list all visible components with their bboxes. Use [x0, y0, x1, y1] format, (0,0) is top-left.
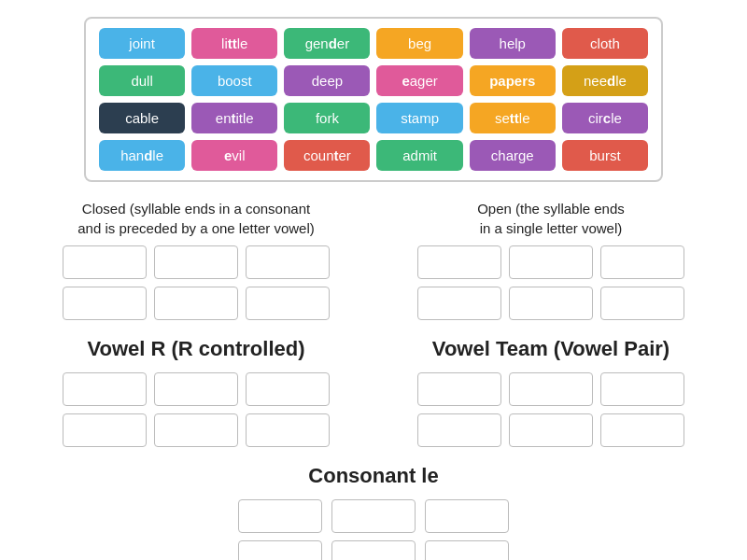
consonant-le-grid-row1 [238, 499, 509, 533]
word-tile-5[interactable]: cloth [562, 28, 648, 59]
open-drop-grid-row2 [417, 287, 684, 320]
word-tile-7[interactable]: boost [191, 65, 277, 96]
word-tile-18[interactable]: handle [99, 140, 185, 171]
consonant-le-title: Consonant le [308, 464, 438, 488]
drop-box[interactable] [417, 372, 501, 406]
drop-box[interactable] [509, 287, 593, 320]
closed-syllable-section: Closed (syllable ends in a consonantand … [37, 199, 355, 328]
word-tile-20[interactable]: counter [284, 140, 370, 171]
drop-box[interactable] [425, 540, 509, 560]
word-tile-21[interactable]: admit [376, 140, 462, 171]
word-tile-19[interactable]: evil [191, 140, 277, 171]
drop-box[interactable] [63, 245, 147, 279]
vowelteam-drop-grid-row1 [417, 372, 684, 406]
vowelr-drop-grid-row1 [63, 372, 330, 406]
word-tile-6[interactable]: dull [99, 65, 185, 96]
consonant-le-section: Consonant le [37, 464, 710, 560]
open-syllable-title: Open (the syllable endsin a single lette… [477, 199, 625, 238]
word-tile-2[interactable]: gender [284, 28, 370, 59]
word-tile-1[interactable]: little [191, 28, 277, 59]
drop-box[interactable] [63, 287, 147, 320]
vowel-r-title: Vowel R (R controlled) [87, 337, 304, 361]
drop-box[interactable] [154, 372, 238, 406]
word-tile-13[interactable]: entitle [191, 103, 277, 133]
drop-box[interactable] [63, 413, 147, 447]
drop-box[interactable] [154, 287, 238, 320]
drop-box[interactable] [246, 372, 330, 406]
drop-box[interactable] [154, 413, 238, 447]
word-tile-9[interactable]: eager [376, 65, 462, 96]
drop-box[interactable] [425, 499, 509, 533]
drop-box[interactable] [600, 372, 684, 406]
drop-box[interactable] [246, 287, 330, 320]
word-tile-3[interactable]: beg [376, 28, 462, 59]
drop-box[interactable] [417, 413, 501, 447]
word-tile-14[interactable]: fork [284, 103, 370, 133]
drop-box[interactable] [417, 245, 501, 279]
closed-drop-grid-row2 [63, 287, 330, 320]
drop-box[interactable] [246, 413, 330, 447]
vowelr-drop-grid-row2 [63, 413, 330, 447]
drop-box[interactable] [600, 413, 684, 447]
categories-container: Closed (syllable ends in a consonantand … [0, 199, 747, 560]
drop-box[interactable] [600, 287, 684, 320]
word-tile-12[interactable]: cable [99, 103, 185, 133]
middle-categories-row: Vowel R (R controlled) Vowel Team (Vowel… [37, 337, 710, 455]
open-syllable-section: Open (the syllable endsin a single lette… [392, 199, 710, 328]
closed-syllable-title: Closed (syllable ends in a consonantand … [78, 199, 314, 238]
vowel-team-title: Vowel Team (Vowel Pair) [432, 337, 669, 361]
word-tile-8[interactable]: deep [284, 65, 370, 96]
vowel-r-section: Vowel R (R controlled) [37, 337, 355, 455]
drop-box[interactable] [238, 540, 322, 560]
vowelteam-drop-grid-row2 [417, 413, 684, 447]
drop-box[interactable] [154, 245, 238, 279]
word-tile-17[interactable]: circle [562, 103, 648, 133]
word-tile-10[interactable]: papers [470, 65, 556, 96]
word-tile-11[interactable]: needle [562, 65, 648, 96]
word-tile-0[interactable]: joint [99, 28, 185, 59]
vowel-team-section: Vowel Team (Vowel Pair) [392, 337, 710, 455]
drop-box[interactable] [331, 499, 416, 533]
drop-box[interactable] [63, 372, 147, 406]
open-drop-grid-row1 [417, 245, 684, 279]
drop-box[interactable] [600, 245, 684, 279]
closed-drop-grid-row1 [63, 245, 330, 279]
drop-box[interactable] [417, 287, 501, 320]
word-tile-23[interactable]: burst [562, 140, 648, 171]
word-tile-15[interactable]: stamp [376, 103, 462, 133]
drop-box[interactable] [509, 413, 593, 447]
word-bank-container: jointlittlegenderbeghelpclothdullboostde… [84, 17, 663, 182]
consonant-le-grid-row2 [238, 540, 509, 560]
drop-box[interactable] [246, 245, 330, 279]
drop-box[interactable] [509, 245, 593, 279]
word-tile-22[interactable]: charge [470, 140, 556, 171]
word-tile-4[interactable]: help [470, 28, 556, 59]
drop-box[interactable] [238, 499, 322, 533]
drop-box[interactable] [331, 540, 416, 560]
top-categories-row: Closed (syllable ends in a consonantand … [37, 199, 710, 328]
word-tile-16[interactable]: settle [470, 103, 556, 133]
drop-box[interactable] [509, 372, 593, 406]
